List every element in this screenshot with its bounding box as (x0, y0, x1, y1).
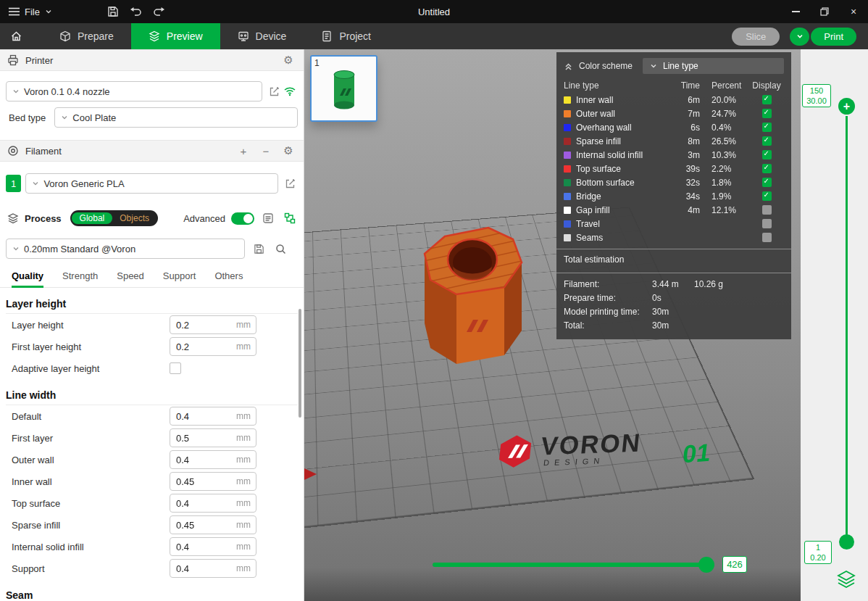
param-label: Support (12, 563, 170, 574)
home-button[interactable] (0, 23, 32, 49)
home-icon (10, 30, 22, 42)
display-checkbox[interactable] (762, 109, 772, 118)
line-type-label: Outer wall (576, 109, 671, 119)
divider (556, 249, 791, 249)
edit-filament-button[interactable] (283, 175, 298, 191)
adaptive-layer-height-checkbox[interactable] (170, 362, 181, 374)
parameter-table-button[interactable] (260, 210, 276, 226)
wifi-icon (283, 86, 296, 96)
display-checkbox[interactable] (762, 233, 772, 242)
display-checkbox[interactable] (762, 150, 772, 159)
layers-stack-icon[interactable] (837, 570, 856, 589)
bed-type-select[interactable]: Cool Plate (54, 107, 298, 128)
line-type-percent: 0.4% (711, 123, 749, 133)
line-type-time: 8m (671, 136, 700, 146)
layer-top-value: 150 (804, 86, 829, 96)
display-checkbox[interactable] (762, 191, 772, 201)
file-menu[interactable]: File (0, 0, 61, 23)
filament-settings-button[interactable]: ⚙ (280, 143, 296, 159)
filament-icon (7, 145, 19, 157)
layer-slider-add-button[interactable]: + (838, 98, 855, 115)
process-scope-toggle[interactable]: Global Objects (70, 210, 158, 226)
scope-objects[interactable]: Objects (112, 212, 157, 224)
color-scheme-select[interactable]: Line type (643, 58, 784, 74)
timeline-slider-track[interactable] (433, 563, 714, 567)
line-type-color-swatch (564, 234, 571, 241)
tab-support[interactable]: Support (163, 266, 196, 288)
minimize-button[interactable] (781, 0, 810, 23)
total-value: 30m (652, 307, 694, 317)
layer-slider-bottom-handle[interactable] (839, 534, 854, 550)
thumbnail-model-icon (330, 68, 359, 110)
edit-icon (285, 178, 296, 189)
line-type-label: Bottom surface (576, 178, 671, 188)
display-checkbox[interactable] (762, 178, 772, 187)
add-filament-button[interactable]: + (235, 143, 251, 159)
tab-others[interactable]: Others (214, 266, 243, 288)
line-type-time: 39s (671, 164, 700, 174)
process-preset-select[interactable]: 0.20mm Standard @Voron (6, 239, 245, 259)
legend-row: Bridge 34s 1.9% (556, 189, 791, 203)
maximize-button[interactable] (810, 0, 839, 23)
save-button[interactable] (101, 0, 125, 23)
collapse-panel-icon[interactable] (564, 62, 573, 71)
tab-quality[interactable]: Quality (12, 266, 43, 288)
process-modules-button[interactable] (282, 210, 298, 226)
tab-speed[interactable]: Speed (117, 266, 144, 288)
line-type-color-swatch (564, 124, 571, 131)
printer-settings-button[interactable]: ⚙ (280, 52, 296, 68)
plate-thumbnail-index: 1 (314, 58, 320, 68)
filament-preset-select[interactable]: Voron Generic PLA (25, 173, 277, 194)
bed-type-value: Cool Plate (72, 112, 116, 123)
sidebar-scrollbar[interactable] (299, 309, 301, 418)
undo-button[interactable] (125, 0, 148, 23)
total-row-filament: Filament: 3.44 m 10.26 g (556, 277, 791, 291)
total-row-model-printing-time: Model printing time: 30m (556, 304, 791, 318)
filament-slot-badge[interactable]: 1 (6, 175, 21, 192)
advanced-toggle[interactable] (231, 212, 254, 225)
param-row-default: Default mm (0, 405, 304, 427)
display-checkbox[interactable] (762, 136, 772, 146)
tab-preview[interactable]: Preview (131, 23, 220, 49)
display-checkbox[interactable] (762, 219, 772, 228)
tab-device[interactable]: Device (220, 23, 304, 49)
param-label: Sparse infill (12, 520, 170, 531)
line-type-color-swatch (564, 152, 571, 159)
remove-filament-button[interactable]: − (258, 143, 274, 159)
layer-bottom-value: 1 (806, 542, 830, 552)
model-3d[interactable] (419, 222, 527, 370)
param-row-layer-height: Layer height mm (0, 314, 304, 336)
edit-printer-button[interactable] (267, 83, 283, 99)
display-checkbox[interactable] (762, 95, 772, 104)
line-type-color-swatch (564, 138, 571, 145)
printer-icon (7, 54, 19, 66)
tab-strength[interactable]: Strength (62, 266, 98, 288)
unit-label: mm (236, 520, 251, 530)
line-type-color-swatch (564, 207, 571, 214)
printer-connection-button[interactable] (282, 83, 298, 99)
tab-prepare[interactable]: Prepare (42, 23, 131, 49)
redo-button[interactable] (148, 0, 171, 23)
display-checkbox[interactable] (762, 164, 772, 173)
scope-global[interactable]: Global (72, 212, 113, 224)
seam-section-title: Seam (6, 589, 298, 601)
print-dropdown-button[interactable] (790, 28, 809, 46)
print-button[interactable]: Print (811, 28, 856, 46)
close-button[interactable]: × (839, 0, 868, 23)
param-label: Internal solid infill (12, 542, 170, 552)
tab-project[interactable]: Project (304, 23, 388, 49)
layer-slider-track[interactable] (846, 116, 848, 535)
tab-label: Preview (167, 30, 203, 42)
process-preset-row: 0.20mm Standard @Voron (6, 239, 298, 259)
process-icon (7, 212, 19, 224)
save-preset-button[interactable] (251, 241, 267, 257)
line-type-label: Inner wall (576, 95, 671, 105)
printer-preset-select[interactable]: Voron 0.1 0.4 nozzle (6, 81, 262, 101)
plate-thumbnail[interactable]: 1 (310, 55, 377, 122)
search-settings-button[interactable] (272, 241, 288, 257)
display-checkbox[interactable] (762, 123, 772, 132)
line-type-label: Gap infill (576, 205, 671, 215)
timeline-slider-handle[interactable] (698, 557, 714, 573)
slice-button[interactable]: Slice (732, 28, 780, 46)
display-checkbox[interactable] (762, 205, 772, 215)
